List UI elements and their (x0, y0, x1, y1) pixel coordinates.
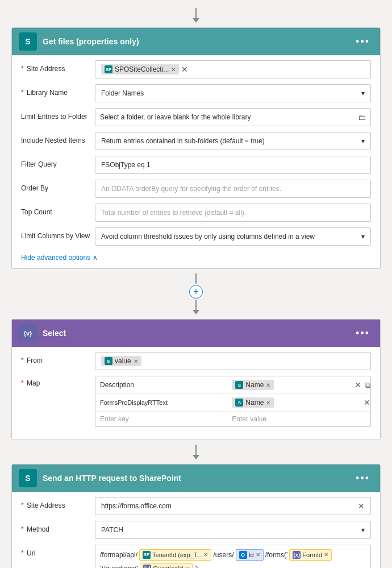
site-address-label: * Site Address (21, 60, 95, 73)
formid-tag[interactable]: {x} FormId ✕ (289, 549, 332, 561)
http-request-title: Send an HTTP request to SharePoint (43, 474, 352, 483)
uri-text-4: ')/questions(' (100, 565, 138, 568)
sharepoint-icon-3: S (19, 469, 37, 487)
uri-text-1: /formapi/api/ (100, 551, 137, 559)
connector-1: + (189, 273, 203, 314)
method-chevron: ▾ (361, 526, 365, 534)
map-val-close-1[interactable]: ✕ (266, 382, 270, 388)
from-tag-icon: S (105, 357, 112, 365)
library-name-label: * Library Name (21, 84, 95, 97)
top-count-label: Top Count (21, 204, 95, 216)
http-request-menu[interactable]: ••• (352, 471, 373, 486)
questionid-tag-close[interactable]: ✕ (185, 566, 189, 568)
map-value-tag-2[interactable]: S Name ✕ (232, 397, 274, 408)
limit-columns-label: Limit Columns by View (21, 227, 95, 240)
top-count-input[interactable]: Total number of entries to retrieve (def… (95, 204, 371, 222)
formid-tag-icon: {x} (293, 551, 301, 559)
site-address-row: * Site Address SP SPOSiteCollecti... ✕ ✕ (21, 60, 371, 78)
uri-row: * Uri /formapi/api/ SP TenantId (exp_T..… (21, 545, 371, 568)
http-request-body: * Site Address https://forms.office.com … (12, 492, 380, 568)
limit-columns-row: Limit Columns by View Avoid column thres… (21, 227, 371, 246)
order-by-input[interactable]: An ODATA orderBy query for specifying th… (95, 180, 371, 198)
select-header: {v} Select ••• (12, 320, 380, 347)
conn1-line-bottom (195, 300, 197, 310)
map-val-icon-1: S (235, 381, 243, 389)
select-body: * From S value ✕ * Map (12, 347, 380, 440)
sharepoint-icon-1: S (19, 32, 37, 51)
http-site-required: * (21, 501, 24, 509)
hide-advanced-chevron: ∧ (93, 254, 98, 262)
map-required: * (21, 379, 24, 387)
uri-value: /formapi/api/ SP TenantId (exp_T... ✕ /u… (95, 545, 371, 568)
map-delete-1[interactable]: ✕ (355, 380, 361, 389)
http-site-row: * Site Address https://forms.office.com … (21, 497, 371, 515)
library-name-dropdown[interactable]: Folder Names ▾ (95, 84, 371, 102)
limit-columns-dropdown[interactable]: Avoid column threshold issues by only us… (95, 227, 371, 246)
map-val-icon-2: S (235, 399, 243, 407)
order-by-label: Order By (21, 180, 95, 192)
questionid-tag[interactable]: {x} QuestionId ✕ (140, 563, 193, 568)
from-value: S value ✕ (95, 352, 371, 370)
columns-chevron: ▾ (361, 233, 365, 241)
top-count-row: Top Count Total number of entries to ret… (21, 204, 371, 222)
id-tag[interactable]: O Id ✕ (236, 549, 264, 561)
from-input[interactable]: S value ✕ (95, 352, 371, 370)
http-site-clear[interactable]: ✕ (358, 501, 365, 511)
limit-entries-label: Limit Entries to Folder (21, 108, 95, 121)
tenant-tag-icon: SP (143, 551, 151, 559)
map-key-placeholder: Enter key (100, 415, 129, 423)
hide-advanced-link[interactable]: Hide advanced options ∧ (21, 251, 371, 262)
uri-input[interactable]: /formapi/api/ SP TenantId (exp_T... ✕ /u… (95, 545, 371, 568)
map-table: Description S Name ✕ ✕ ⧉ (95, 376, 371, 427)
map-value-1: S Name ✕ (227, 376, 351, 393)
library-chevron: ▾ (361, 89, 365, 97)
library-required: * (21, 89, 24, 97)
top-connector (193, 8, 199, 23)
map-delete-2[interactable]: ✕ (364, 398, 370, 407)
add-step-button-1[interactable]: + (189, 285, 203, 298)
from-required: * (21, 356, 24, 364)
from-tag-close[interactable]: ✕ (134, 358, 138, 364)
map-actions-2: ✕ (360, 394, 370, 411)
connector-2 (193, 445, 199, 459)
method-value: PATCH ▾ (95, 521, 371, 539)
from-tag[interactable]: S value ✕ (101, 356, 141, 366)
map-copy-1[interactable]: ⧉ (365, 380, 370, 390)
map-row-2: FormsProDisplayRTText S Name ✕ ✕ (95, 394, 370, 412)
limit-entries-value: Select a folder, or leave blank for the … (95, 108, 371, 126)
method-label: * Method (21, 521, 95, 533)
map-key-2: FormsProDisplayRTText (95, 394, 227, 411)
map-value-tag-1[interactable]: S Name ✕ (232, 380, 274, 390)
filter-query-row: Filter Query FSObjType eq 1 (21, 156, 371, 174)
conn2-line-top (195, 445, 197, 455)
select-title: Select (43, 329, 352, 338)
map-key-empty[interactable]: Enter key (95, 412, 227, 426)
formid-tag-close[interactable]: ✕ (324, 552, 328, 558)
tenant-id-tag[interactable]: SP TenantId (exp_T... ✕ (139, 549, 211, 561)
get-files-menu[interactable]: ••• (352, 35, 373, 49)
flow-container: S Get files (properties only) ••• * Site… (0, 0, 392, 568)
spo-tag-icon: SP (105, 65, 112, 73)
filter-query-label: Filter Query (21, 156, 95, 168)
spo-site-tag[interactable]: SP SPOSiteCollecti... ✕ (101, 64, 179, 74)
top-count-value: Total number of entries to retrieve (def… (95, 204, 371, 222)
include-nested-dropdown[interactable]: Return entries contained in sub-folders … (95, 132, 371, 150)
map-value-empty[interactable]: Enter value (227, 412, 370, 426)
select-card: {v} Select ••• * From S value ✕ (11, 319, 381, 440)
tenant-tag-close[interactable]: ✕ (203, 552, 208, 558)
site-address-input[interactable]: SP SPOSiteCollecti... ✕ ✕ (95, 60, 371, 78)
http-site-input[interactable]: https://forms.office.com ✕ (95, 497, 371, 515)
spo-tag-close[interactable]: ✕ (171, 67, 176, 73)
id-tag-close[interactable]: ✕ (256, 552, 260, 558)
map-val-close-2[interactable]: ✕ (266, 400, 270, 406)
uri-text-5: ') (194, 565, 198, 568)
nested-chevron: ▾ (361, 137, 365, 145)
select-menu[interactable]: ••• (352, 326, 373, 341)
map-value-placeholder: Enter value (232, 415, 266, 423)
site-address-clear[interactable]: ✕ (181, 65, 188, 74)
uri-text-3: /forms(' (265, 551, 288, 559)
filter-query-input[interactable]: FSObjType eq 1 (95, 156, 371, 174)
limit-entries-input[interactable]: Select a folder, or leave blank for the … (95, 108, 371, 126)
include-nested-row: Include Nested Items Return entries cont… (21, 132, 371, 150)
method-dropdown[interactable]: PATCH ▾ (95, 521, 371, 539)
